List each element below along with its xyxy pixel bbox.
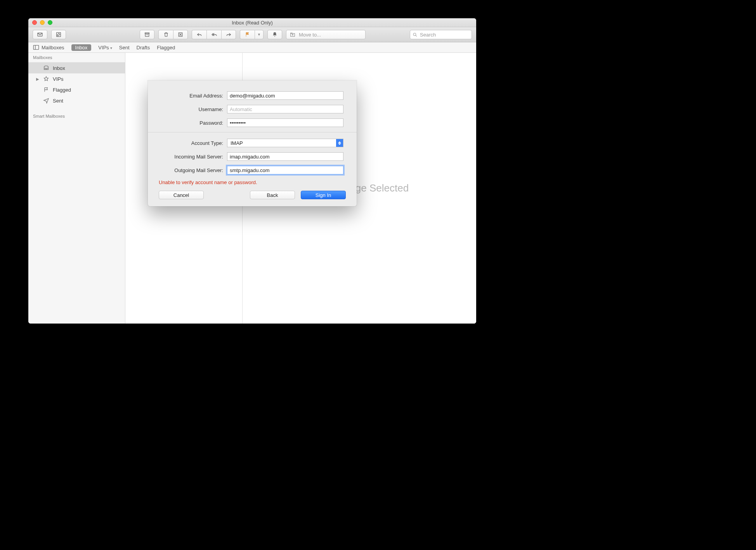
- sidebar-item-vips[interactable]: ▶ VIPs: [28, 73, 125, 84]
- account-type-select[interactable]: IMAP: [227, 139, 343, 147]
- titlebar: Inbox (Read Only): [28, 18, 476, 27]
- minimize-window-button[interactable]: [40, 20, 45, 25]
- toolbar: ▼ Move to... Search: [28, 27, 476, 42]
- sign-in-button[interactable]: Sign In: [301, 191, 346, 199]
- label-outgoing: Outgoing Mail Server:: [159, 167, 227, 173]
- inbox-icon: [43, 65, 49, 71]
- search-field[interactable]: Search: [410, 30, 472, 39]
- delete-button[interactable]: [158, 30, 173, 39]
- reply-all-icon: [211, 31, 217, 38]
- label-password: Password:: [159, 120, 227, 126]
- window-title: Inbox (Read Only): [28, 20, 476, 26]
- move-to-placeholder: Move to...: [299, 32, 321, 38]
- label-incoming: Incoming Mail Server:: [159, 154, 227, 160]
- sidebar-toggle-icon: [33, 45, 39, 50]
- trash-icon: [163, 31, 169, 38]
- reply-all-button[interactable]: [206, 30, 221, 39]
- zoom-window-button[interactable]: [48, 20, 52, 25]
- cancel-button[interactable]: Cancel: [159, 191, 204, 199]
- get-mail-button[interactable]: [33, 30, 47, 39]
- flag-icon: [244, 31, 251, 38]
- sidebar-item-sent[interactable]: Sent: [28, 95, 125, 106]
- star-icon: [43, 76, 49, 82]
- svg-point-6: [413, 33, 416, 36]
- archive-icon: [144, 31, 150, 38]
- sidebar-section-mailboxes: Mailboxes: [28, 53, 125, 63]
- envelope-icon: [37, 31, 43, 38]
- mail-window: Inbox (Read Only): [28, 18, 476, 324]
- fav-drafts[interactable]: Drafts: [137, 45, 150, 50]
- incoming-server-field[interactable]: [227, 152, 343, 161]
- junk-icon: [177, 31, 184, 38]
- svg-rect-7: [33, 45, 38, 50]
- archive-button[interactable]: [140, 30, 154, 39]
- compose-icon: [55, 31, 62, 38]
- password-field[interactable]: [227, 118, 343, 127]
- forward-button[interactable]: [221, 30, 236, 39]
- account-setup-sheet: Email Address: Username: Password: Accou…: [148, 80, 357, 206]
- bell-icon: [272, 31, 278, 38]
- search-placeholder: Search: [420, 32, 436, 38]
- favorites-bar: Mailboxes Inbox VIPs▾ Sent Drafts Flagge…: [28, 42, 476, 53]
- fav-flagged[interactable]: Flagged: [157, 45, 175, 50]
- sidebar-item-flagged[interactable]: Flagged: [28, 84, 125, 95]
- reply-icon: [196, 31, 203, 38]
- fav-vips[interactable]: VIPs▾: [98, 45, 112, 50]
- flag-menu-button[interactable]: ▼: [255, 30, 264, 39]
- username-field[interactable]: [227, 105, 343, 113]
- outgoing-server-field[interactable]: [227, 166, 343, 174]
- reply-button[interactable]: [192, 30, 206, 39]
- search-icon: [413, 32, 418, 37]
- fav-sent[interactable]: Sent: [119, 45, 130, 50]
- sidebar: Mailboxes Inbox ▶ VIPs Flagged Sent: [28, 53, 125, 324]
- mute-button[interactable]: [267, 30, 282, 39]
- chevron-down-icon: ▾: [110, 46, 112, 50]
- email-field[interactable]: [227, 91, 343, 100]
- disclosure-triangle-icon[interactable]: ▶: [36, 77, 40, 81]
- sidebar-item-inbox[interactable]: Inbox: [28, 63, 125, 73]
- chevron-down-icon: ▼: [257, 33, 261, 37]
- label-account-type: Account Type:: [159, 140, 227, 146]
- error-message: Unable to verify account name or passwor…: [159, 179, 346, 185]
- label-email: Email Address:: [159, 93, 227, 99]
- move-to-field[interactable]: Move to...: [286, 30, 366, 39]
- paper-plane-icon: [43, 97, 49, 104]
- forward-icon: [225, 31, 232, 38]
- label-username: Username:: [159, 106, 227, 112]
- junk-button[interactable]: [173, 30, 188, 39]
- account-type-value: IMAP: [227, 139, 336, 147]
- divider: [148, 132, 357, 132]
- flag-icon: [43, 87, 49, 93]
- back-button[interactable]: Back: [250, 191, 295, 199]
- move-to-icon: [290, 31, 296, 38]
- compose-button[interactable]: [51, 30, 66, 39]
- fav-inbox[interactable]: Inbox: [71, 44, 92, 51]
- flag-button[interactable]: [240, 30, 255, 39]
- fav-mailboxes[interactable]: Mailboxes: [33, 45, 64, 50]
- close-window-button[interactable]: [32, 20, 37, 25]
- select-arrows-icon: [336, 139, 343, 147]
- traffic-lights: [32, 20, 52, 25]
- sidebar-section-smart: Smart Mailboxes: [28, 111, 125, 121]
